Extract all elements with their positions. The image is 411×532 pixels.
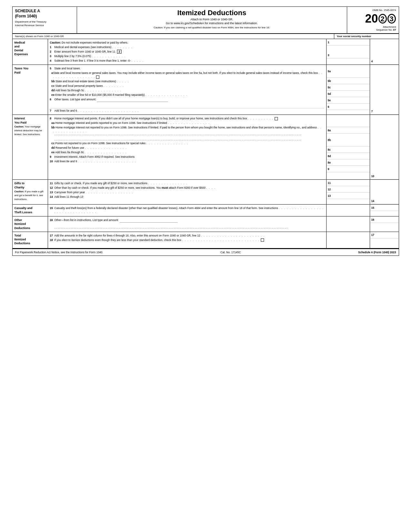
line10-input: 10 — [370, 173, 399, 179]
total-section: TotalItemizedDeductions 17 Add the amoun… — [13, 232, 399, 248]
line5d-row: d d Add lines 5a through 5c . . . . . . … — [50, 89, 324, 93]
taxes-col-a: 5a 5b 5c 5d 5e 6 — [326, 65, 370, 115]
line15-input: 15 — [370, 205, 399, 211]
line8b-input: 8b — [327, 134, 370, 146]
casualty-content: 15 Casualty and theft loss(es) from a fe… — [48, 205, 326, 216]
line6-input: 6 — [327, 104, 370, 110]
gifts-section: Gifts toCharity Caution: If you made a g… — [13, 180, 399, 205]
ssn-field-label: Your social security number — [334, 34, 399, 39]
interest-section: InterestYou Paid Caution: Your mortgage … — [13, 115, 399, 180]
taxes-section: Taxes YouPaid 5 State and local taxes. a… — [13, 65, 399, 115]
footer-notice: For Paperwork Reduction Act Notice, see … — [15, 251, 103, 254]
line5d-input: 5d — [327, 91, 370, 97]
line5a-row: a State and local income taxes or genera… — [50, 71, 324, 79]
total-label: TotalItemizedDeductions — [13, 232, 48, 248]
line14-input: 14 — [370, 198, 399, 204]
total-col-b: 17 — [370, 232, 399, 248]
line8d-input: 8d — [327, 153, 370, 159]
line8c-row: c c Points not reported to you on Form 1… — [50, 142, 324, 146]
line5a-checkbox[interactable] — [96, 75, 99, 79]
line1-row: 1 Medical and dental expenses (see instr… — [50, 45, 324, 49]
medical-section: MedicalandDentalExpenses Caution: Do not… — [13, 39, 399, 65]
line8-spacer — [327, 115, 370, 127]
line8a-row: a a Home mortgage interest and points re… — [50, 121, 324, 125]
year-display: 20 2 3 — [350, 13, 396, 25]
form-header: SCHEDULE A (Form 1040) Department of the… — [13, 7, 399, 34]
medical-col-a: 1 3 — [326, 39, 370, 65]
line4-row: 4 Subtract line 3 from line 1. If line 3… — [50, 59, 324, 63]
medical-content: Caution: Do not include expenses reimbur… — [48, 39, 326, 65]
line8e-row: e e Add lines 8a through 8c . . . . . . … — [50, 151, 324, 155]
gifts-col-a: 11 12 13 — [326, 180, 370, 204]
line12-input: 12 — [327, 186, 370, 193]
form-subtitle1: Attach to Form 1040 or 1040-SR. — [80, 18, 344, 21]
gifts-col-b: 14 — [370, 180, 399, 204]
line3-row: 3 Multiply line 2 by 7.5% (0.075) . . . … — [50, 55, 324, 58]
medical-caution: Caution: Do not include expenses reimbur… — [50, 41, 324, 45]
taxes-content: 5 State and local taxes. a State and loc… — [48, 65, 326, 115]
line8b-name-line — [54, 135, 301, 135]
line5e-input: 5e — [327, 97, 370, 104]
line13-row: 13 Carryover from prior year . . . . . .… — [50, 191, 324, 195]
casualty-section: Casualty andTheft Losses 15 Casualty and… — [13, 205, 399, 216]
other-col-a — [326, 216, 370, 231]
line8a-input: 8a — [327, 127, 370, 134]
other-content: 16 Other—from list in instructions. List… — [48, 216, 326, 231]
line2-row: 2 Enter amount from Form 1040 or 1040-SR… — [50, 50, 324, 54]
taxes-col-b: 7 — [370, 65, 399, 115]
line9-row: 9 Investment interest. Attach Form 4952 … — [50, 155, 324, 159]
form-caution: Caution: If you are claiming a net quali… — [80, 26, 344, 29]
casualty-col-a — [326, 205, 370, 216]
line8-row: 8 Home mortgage interest and points. If … — [50, 117, 324, 121]
line16-blank — [54, 224, 288, 228]
interest-col-a: 8a 8b 8c 8d 8e 9 — [326, 115, 370, 179]
line8b-row: b b Home mortgage interest not reported … — [50, 126, 324, 134]
line18-checkbox[interactable] — [261, 238, 264, 242]
name-field-label: Name(s) shown on Form 1040 or 1040-SR — [13, 34, 334, 39]
interest-col-b: 10 — [370, 115, 399, 179]
interest-label: InterestYou Paid Caution: Your mortgage … — [13, 115, 48, 179]
line16-input: 16 — [370, 216, 399, 223]
line5e-row: e e Enter the smaller of line 5d or $10,… — [50, 93, 324, 97]
schedule-title: SCHEDULE A (Form 1040) — [15, 9, 74, 19]
line6-row: 6 Other taxes. List type and amount: — [50, 98, 324, 102]
line4-input: 4 — [370, 58, 399, 65]
dept-info: Department of the Treasury Internal Reve… — [15, 20, 74, 27]
line17-input: 17 — [370, 232, 399, 238]
interest-content: 8 Home mortgage interest and points. If … — [48, 115, 326, 179]
line6-blank — [50, 103, 324, 108]
footer-form-ref: Schedule A (Form 1040) 2023 — [358, 251, 396, 254]
line8e-input: 8e — [327, 159, 370, 166]
form-page: SCHEDULE A (Form 1040) Department of the… — [12, 6, 399, 256]
header-left: SCHEDULE A (Form 1040) Department of the… — [13, 7, 77, 33]
line8-checkbox[interactable] — [275, 117, 278, 120]
form-footer: For Paperwork Reduction Act Notice, see … — [13, 248, 399, 256]
line16-row: 16 Other—from list in instructions. List… — [50, 218, 324, 223]
line10-row: 10 Add lines 8e and 9 . . . . . . . . . … — [50, 160, 324, 164]
gifts-content: 11 Gifts by cash or check. If you made a… — [48, 180, 326, 204]
form-title: Itemized Deductions — [80, 9, 344, 17]
line5c-row: c c State and local personal property ta… — [50, 84, 324, 88]
line13-input: 13 — [327, 193, 370, 199]
header-center: Itemized Deductions Attach to Form 1040 … — [77, 7, 347, 33]
line12-row: 12 Other than by cash or check. If you m… — [50, 186, 324, 190]
line11-row: 11 Gifts by cash or check. If you made a… — [50, 182, 324, 186]
line14-row: 14 Add lines 11 through 13 — [50, 195, 324, 199]
header-right: OMB No. 1545-0074 20 2 3 Attachment Sequ… — [347, 7, 399, 33]
line5b-input: 5b — [327, 78, 370, 84]
other-label: OtherItemizedDeductions — [13, 216, 48, 231]
line5c-input: 5c — [327, 84, 370, 91]
total-col-a — [326, 232, 370, 248]
line8d-row: d d Reserved for future use . . . . . . … — [50, 146, 324, 150]
line5b-row: b b State and local real estate taxes (s… — [50, 80, 324, 84]
line3-input: 3 — [327, 52, 370, 58]
attach-seq: Attachment Sequence No. 07 — [350, 25, 396, 31]
other-section: OtherItemizedDeductions 16 Other—from li… — [13, 216, 399, 232]
footer-cat: Cat. No. 17145C — [220, 251, 241, 254]
casualty-label: Casualty andTheft Losses — [13, 205, 48, 216]
line7-input: 7 — [370, 108, 399, 115]
line8c-input: 8c — [327, 146, 370, 153]
line17-row: 17 Add the amounts in the far right colu… — [50, 234, 324, 238]
line18-row: 18 If you elect to itemize deductions ev… — [50, 238, 324, 242]
line9-input: 9 — [327, 166, 370, 172]
